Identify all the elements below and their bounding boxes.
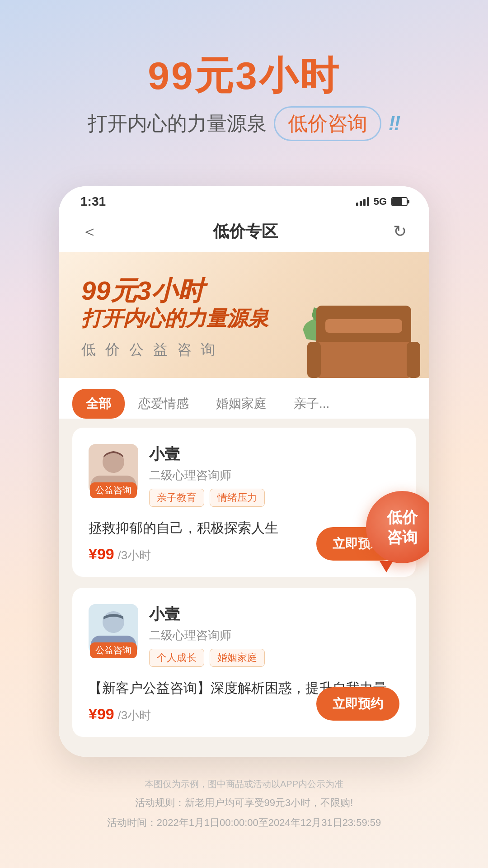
bubble-line1: 低价: [387, 507, 418, 527]
counselor-tags-2: 个人成长 婚姻家庭: [149, 649, 399, 667]
counselor-level-1: 二级心理咨询师: [149, 467, 399, 483]
card-header-1: 公益咨询 小壹 二级心理咨询师 亲子教育 情绪压力: [89, 444, 399, 507]
tab-all[interactable]: 全部: [72, 389, 125, 419]
counselor-card-1: 公益咨询 小壹 二级心理咨询师 亲子教育 情绪压力 拯救抑郁的自己，积极探索人生…: [72, 428, 416, 577]
back-button[interactable]: ＜: [81, 221, 98, 243]
counselor-badge-1: 公益咨询: [90, 482, 137, 498]
book-button-2[interactable]: 立即预约: [316, 687, 399, 721]
tag-1-2: 情绪压力: [210, 489, 265, 507]
hero-main-title: 99元3小时: [27, 54, 461, 97]
counselor-name-1: 小壹: [149, 444, 399, 465]
promo-banner: 99元3小时 打开内心的力量源泉 低 价 公 益 咨 询: [59, 252, 429, 378]
price-value-1: ¥99: [89, 545, 114, 562]
tab-parenting[interactable]: 亲子...: [280, 389, 343, 419]
tag-1-1: 亲子教育: [149, 489, 204, 507]
battery-icon: [391, 197, 408, 206]
hero-section: 99元3小时 打开内心的力量源泉 低价咨询 ‼: [0, 0, 488, 168]
network-type-label: 5G: [374, 196, 387, 208]
footer: 本图仅为示例，图中商品或活动以APP内公示为准 活动规则：新老用户均可享受99元…: [0, 757, 488, 860]
counselor-cards-area: 低价 咨询 公益咨询: [59, 419, 429, 757]
card-info-1: 小壹 二级心理咨询师 亲子教育 情绪压力: [149, 444, 399, 507]
highlight-badge: 低价咨询: [274, 106, 381, 141]
bubble-line2: 咨询: [387, 527, 418, 547]
nav-bar: ＜ 低价专区 ↻: [59, 213, 429, 252]
sub-title-prefix: 打开内心的力量源泉: [88, 110, 267, 137]
signal-bars-icon: [356, 197, 369, 206]
footer-time: 活动时间：2022年1月1日00:00:00至2024年12月31日23:59:…: [27, 813, 461, 833]
tag-2-1: 个人成长: [149, 649, 204, 667]
counselor-badge-2: 公益咨询: [90, 642, 137, 658]
exclamation-mark: ‼: [389, 112, 401, 135]
counselor-level-2: 二级心理咨询师: [149, 627, 399, 643]
sofa-icon: [307, 278, 420, 378]
card-info-2: 小壹 二级心理咨询师 个人成长 婚姻家庭: [149, 604, 399, 667]
refresh-icon[interactable]: ↻: [393, 222, 407, 241]
counselor-name-2: 小壹: [149, 604, 399, 625]
tab-romance[interactable]: 恋爱情感: [125, 389, 202, 419]
tab-marriage[interactable]: 婚姻家庭: [202, 389, 280, 419]
footer-note: 本图仅为示例，图中商品或活动以APP内公示为准: [27, 775, 461, 793]
price-unit-2: /3小时: [118, 708, 151, 722]
price-unit-1: /3小时: [118, 548, 151, 562]
tag-2-2: 婚姻家庭: [210, 649, 265, 667]
status-bar: 1:31 5G: [59, 186, 429, 213]
phone-mockup-wrap: 1:31 5G ＜ 低价专区 ↻ 99元3小时 打: [41, 186, 447, 757]
phone-mockup: 1:31 5G ＜ 低价专区 ↻ 99元3小时 打: [59, 186, 429, 757]
status-icons: 5G: [356, 196, 408, 208]
card-header-2: 公益咨询 小壹 二级心理咨询师 个人成长 婚姻家庭: [89, 604, 399, 667]
avatar-wrap-1: 公益咨询: [89, 444, 138, 494]
category-tabs: 全部 恋爱情感 婚姻家庭 亲子...: [59, 378, 429, 419]
counselor-card-2: 公益咨询 小壹 二级心理咨询师 个人成长 婚姻家庭 【新客户公益咨询】深度解析困…: [72, 588, 416, 737]
status-time: 1:31: [80, 194, 106, 209]
nav-title: 低价专区: [213, 221, 278, 243]
footer-rule: 活动规则：新老用户均可享受99元3小时，不限购!: [27, 793, 461, 813]
hero-sub-title: 打开内心的力量源泉 低价咨询 ‼: [27, 106, 461, 141]
avatar-wrap-2: 公益咨询: [89, 604, 138, 654]
counselor-tags-1: 亲子教育 情绪压力: [149, 489, 399, 507]
sofa-illustration: [289, 269, 425, 378]
price-value-2: ¥99: [89, 705, 114, 722]
